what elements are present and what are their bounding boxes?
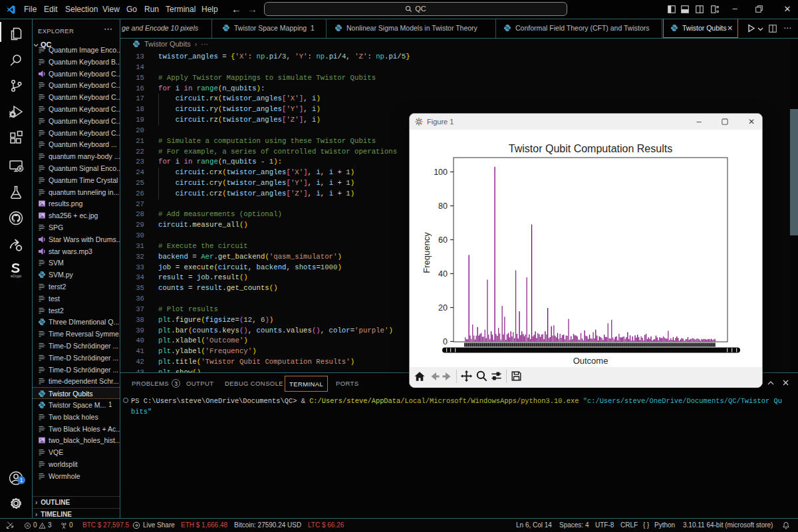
svg-text:80: 80 [438,201,448,211]
svg-text:40: 40 [438,269,448,279]
svg-text:20: 20 [438,303,448,313]
svg-text:100: 100 [434,168,448,177]
svg-text:Frequency: Frequency [422,232,432,273]
svg-text:0: 0 [443,337,448,346]
svg-text:60: 60 [438,235,448,245]
svg-text:Outcome: Outcome [573,356,608,366]
